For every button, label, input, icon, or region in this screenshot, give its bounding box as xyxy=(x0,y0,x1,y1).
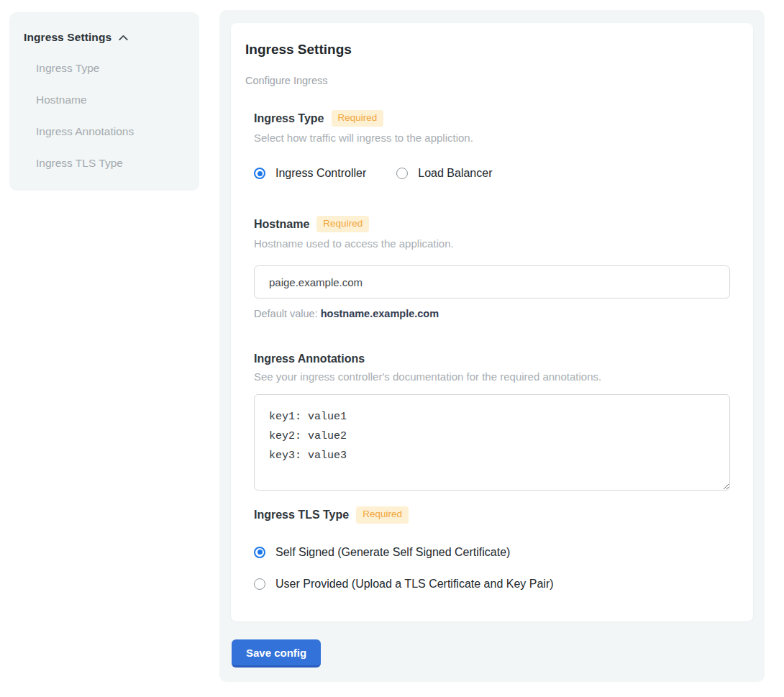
ingress-type-description: Select how traffic will ingress to the a… xyxy=(254,132,730,144)
required-badge: Required xyxy=(356,506,409,523)
hostname-input[interactable] xyxy=(254,265,730,299)
settings-nav-sidebar: Ingress Settings Ingress Type Hostname I… xyxy=(9,12,199,191)
radio-self-signed-label: Self Signed (Generate Self Signed Certif… xyxy=(275,546,510,559)
required-badge: Required xyxy=(332,110,384,127)
radio-load-balancer-label: Load Balancer xyxy=(418,167,492,180)
settings-panel: Ingress Settings Configure Ingress Ingre… xyxy=(219,10,765,682)
sidebar-item-hostname[interactable]: Hostname xyxy=(36,94,185,106)
chevron-up-icon xyxy=(117,32,129,44)
radio-circle-icon xyxy=(396,168,408,179)
tls-type-radio-group: Self Signed (Generate Self Signed Certif… xyxy=(254,546,730,591)
ingress-tls-type-label: Ingress TLS Type xyxy=(254,509,349,521)
ingress-settings-card: Ingress Settings Configure Ingress Ingre… xyxy=(231,23,753,621)
ingress-type-label: Ingress Type xyxy=(254,112,324,125)
default-value-prefix: Default value: xyxy=(254,308,321,319)
radio-circle-icon xyxy=(254,547,265,558)
ingress-annotations-description: See your ingress controller's documentat… xyxy=(254,370,730,383)
section-hostname: Hostname Required Hostname used to acces… xyxy=(254,216,730,319)
ingress-type-radio-group: Ingress Controller Load Balancer xyxy=(254,167,730,180)
radio-ingress-controller[interactable]: Ingress Controller xyxy=(254,167,366,180)
sidebar-item-ingress-type[interactable]: Ingress Type xyxy=(36,62,185,75)
page-title: Ingress Settings xyxy=(245,42,730,58)
radio-circle-icon xyxy=(254,168,265,179)
sidebar-item-ingress-annotations[interactable]: Ingress Annotations xyxy=(36,125,185,138)
radio-load-balancer[interactable]: Load Balancer xyxy=(396,167,492,180)
sidebar-section-toggle[interactable]: Ingress Settings xyxy=(24,31,185,44)
section-ingress-type: Ingress Type Required Select how traffic… xyxy=(254,110,730,180)
radio-circle-icon xyxy=(254,578,265,590)
ingress-annotations-label: Ingress Annotations xyxy=(254,352,365,365)
radio-user-provided-label: User Provided (Upload a TLS Certificate … xyxy=(275,578,554,591)
radio-self-signed[interactable]: Self Signed (Generate Self Signed Certif… xyxy=(254,546,730,559)
ingress-annotations-textarea[interactable]: key1: value1 key2: value2 key3: value3 xyxy=(254,394,730,491)
required-badge: Required xyxy=(316,216,369,232)
sidebar-section-title: Ingress Settings xyxy=(24,31,111,44)
sidebar-item-ingress-tls-type[interactable]: Ingress TLS Type xyxy=(36,157,185,170)
hostname-description: Hostname used to access the application. xyxy=(254,237,730,250)
default-value-text: hostname.example.com xyxy=(321,308,439,319)
save-config-button[interactable]: Save config xyxy=(232,639,321,668)
hostname-default-line: Default value: hostname.example.com xyxy=(254,308,730,319)
sidebar-item-list: Ingress Type Hostname Ingress Annotation… xyxy=(24,62,185,170)
section-ingress-annotations: Ingress Annotations See your ingress con… xyxy=(254,352,730,491)
radio-ingress-controller-label: Ingress Controller xyxy=(275,167,366,180)
page-subtitle: Configure Ingress xyxy=(245,75,730,86)
hostname-label: Hostname xyxy=(254,218,309,231)
radio-user-provided[interactable]: User Provided (Upload a TLS Certificate … xyxy=(254,578,730,591)
section-ingress-tls-type: Ingress TLS Type Required Self Signed (G… xyxy=(254,506,730,590)
